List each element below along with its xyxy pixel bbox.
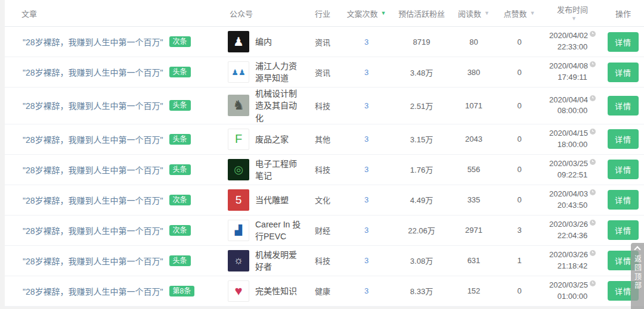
sort-arrow-icon[interactable]: ▼ <box>484 11 490 16</box>
back-to-top-button[interactable]: 返回顶部 <box>631 243 644 309</box>
account-avatar: ☼ <box>228 250 249 271</box>
action-cell: 详情 <box>602 32 644 52</box>
articles-table: 文章 公众号 行业 文案次数 ▼ 预估活跃粉丝 阅读数 ▼ 点赞数 ▼ 发布时间… <box>5 0 644 305</box>
detail-button[interactable]: 详情 <box>608 129 639 149</box>
estimated-active-fans-value: 3.48万 <box>410 67 433 78</box>
copy-count-link[interactable]: 3 <box>364 226 369 235</box>
publish-time-value: 08:00:00 <box>558 105 588 117</box>
column-header-label: 点赞数 <box>504 8 527 19</box>
industry-label: 健康 <box>315 285 330 296</box>
article-title-link[interactable]: "28岁裸辞，我赚到人生中第一个百万" <box>23 99 163 111</box>
estimated-active-fans-value: 1.76万 <box>410 164 433 175</box>
account-avatar: ◎ <box>228 159 249 180</box>
account-name-link[interactable]: 当代雕塑 <box>255 194 303 206</box>
column-header-label: 文章 <box>21 8 37 19</box>
column-header-action[interactable]: 操作 <box>602 8 644 19</box>
like-count-cell: 0 <box>496 165 543 174</box>
estimated-fans-cell: 8719 <box>392 38 451 46</box>
account-cell: ▟ Career In 投行PEVC <box>221 219 304 243</box>
table-row: "28岁裸辞，我赚到人生中第一个百万" 第8条 ♥ 完美性知识 健康 3 8.3… <box>5 276 644 307</box>
article-title-link[interactable]: "28岁裸辞，我赚到人生中第一个百万" <box>23 255 163 267</box>
account-name-link[interactable]: Career In 投行PEVC <box>255 219 303 243</box>
column-header-count[interactable]: 文案次数 ▼ <box>341 8 392 19</box>
article-title-link[interactable]: "28岁裸辞，我赚到人生中第一个百万" <box>23 285 163 297</box>
industry-label: 科技 <box>315 255 330 266</box>
column-header-likes[interactable]: 点赞数 ▼ <box>496 8 543 19</box>
detail-button[interactable]: 详情 <box>608 220 639 240</box>
industry-label: 文化 <box>315 194 330 205</box>
publish-date-value: 2020/03/25 <box>549 158 588 170</box>
column-header-time[interactable]: 发布时间 ▼ <box>543 1 602 25</box>
copy-count-link[interactable]: 3 <box>364 165 369 174</box>
sort-arrow-icon[interactable]: ▼ <box>530 11 535 16</box>
copy-count-link[interactable]: 3 <box>364 195 369 204</box>
article-title-link[interactable]: "28岁裸辞，我赚到人生中第一个百万" <box>23 133 163 145</box>
article-cell: "28岁裸辞，我赚到人生中第一个百万" 头条 <box>5 164 221 176</box>
like-count-value: 0 <box>517 195 521 204</box>
column-header-reads[interactable]: 阅读数 ▼ <box>451 8 496 19</box>
like-count-cell: 0 <box>496 38 543 46</box>
copy-count-link[interactable]: 3 <box>364 101 369 110</box>
action-cell: 详情 <box>602 160 644 179</box>
account-name-link[interactable]: 编内 <box>255 36 303 48</box>
detail-button[interactable]: 详情 <box>608 96 639 116</box>
account-cell: ♟ 编内 <box>221 31 304 52</box>
copy-count-cell: 3 <box>341 195 392 204</box>
like-count-cell: 0 <box>496 286 543 295</box>
industry-label: 资讯 <box>315 67 330 78</box>
copy-count-link[interactable]: 3 <box>364 135 369 143</box>
column-header-industry[interactable]: 行业 <box>304 8 341 19</box>
account-name-link[interactable]: 机械发明爱好者 <box>255 249 303 273</box>
detail-button[interactable]: 详情 <box>608 160 639 179</box>
account-name-link[interactable]: 机械设计制造及其自动化 <box>255 88 303 124</box>
detail-button[interactable]: 详情 <box>608 190 639 210</box>
publish-date-value: 2020/04/02 <box>549 30 588 42</box>
account-avatar: ▟ <box>228 220 249 241</box>
read-count-cell: 2043 <box>451 135 496 143</box>
industry-cell: 科技 <box>304 164 341 175</box>
article-title-link[interactable]: "28岁裸辞，我赚到人生中第一个百万" <box>23 224 163 236</box>
column-header-label: 行业 <box>315 8 330 19</box>
action-cell: 详情 <box>602 190 644 210</box>
article-cell: "28岁裸辞，我赚到人生中第一个百万" 次条 <box>5 224 221 236</box>
sort-arrow-icon[interactable]: ▼ <box>571 16 577 21</box>
article-position-badge: 次条 <box>169 195 191 205</box>
article-position-badge: 头条 <box>169 255 191 266</box>
column-header-account[interactable]: 公众号 <box>221 8 304 19</box>
account-avatar-icon: 5 <box>236 193 242 207</box>
like-count-cell: 1 <box>496 256 543 265</box>
publish-date-value: 2020/04/08 <box>549 61 588 72</box>
article-title-link[interactable]: "28岁裸辞，我赚到人生中第一个百万" <box>23 194 163 206</box>
copy-count-link[interactable]: 3 <box>364 38 369 46</box>
article-title-link[interactable]: "28岁裸辞，我赚到人生中第一个百万" <box>23 66 163 78</box>
column-header-fans[interactable]: 预估活跃粉丝 <box>392 8 451 19</box>
account-name-link[interactable]: 废品之家 <box>255 133 303 145</box>
account-avatar-icon: ▟ <box>235 224 242 236</box>
article-title-link[interactable]: "28岁裸辞，我赚到人生中第一个百万" <box>23 36 163 48</box>
account-name-link[interactable]: 电子工程师笔记 <box>255 158 303 182</box>
column-header-article[interactable]: 文章 <box>5 8 221 19</box>
sort-arrow-icon[interactable]: ▼ <box>381 11 386 16</box>
account-cell: 5 当代雕塑 <box>221 189 304 211</box>
read-count-cell: 556 <box>451 165 496 174</box>
article-position-badge: 头条 <box>169 134 191 145</box>
clock-icon <box>590 189 596 195</box>
detail-button[interactable]: 详情 <box>608 63 639 82</box>
account-name-link[interactable]: 完美性知识 <box>255 285 303 297</box>
read-count-value: 631 <box>467 256 481 265</box>
account-name-link[interactable]: 浦江人力资源早知道 <box>255 60 303 85</box>
article-title-link[interactable]: "28岁裸辞，我赚到人生中第一个百万" <box>23 164 163 176</box>
copy-count-link[interactable]: 3 <box>364 256 369 265</box>
article-cell: "28岁裸辞，我赚到人生中第一个百万" 头条 <box>5 99 221 111</box>
copy-count-link[interactable]: 3 <box>364 68 369 77</box>
table-row: "28岁裸辞，我赚到人生中第一个百万" 头条 ☼ 机械发明爱好者 科技 3 3.… <box>5 246 644 276</box>
estimated-fans-cell: 3.15万 <box>392 133 451 145</box>
article-cell: "28岁裸辞，我赚到人生中第一个百万" 次条 <box>5 36 221 48</box>
read-count-cell: 80 <box>451 38 496 46</box>
clock-icon <box>590 159 596 165</box>
like-count-cell: 0 <box>496 195 543 204</box>
industry-label: 科技 <box>315 100 330 111</box>
detail-button[interactable]: 详情 <box>608 32 639 52</box>
copy-count-link[interactable]: 3 <box>364 286 369 295</box>
clock-icon <box>590 280 596 286</box>
